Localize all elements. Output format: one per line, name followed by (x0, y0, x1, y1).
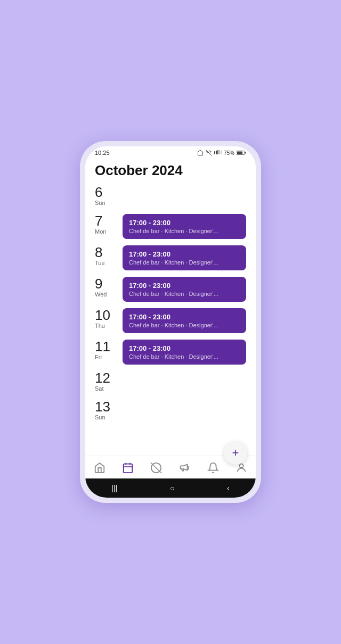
day-row: 6 Sun (95, 184, 246, 211)
svg-rect-1 (214, 151, 215, 154)
svg-rect-9 (124, 464, 133, 473)
day-row: 8 Tue 17:00 - 23:00 Chef de bar · Kitche… (95, 244, 246, 274)
day-number: 10 (95, 308, 123, 322)
day-label: 13 Sun (95, 399, 123, 420)
event-card[interactable]: 17:00 - 23:00 Chef de bar · Kitchen · De… (123, 340, 246, 365)
day-number: 12 (95, 371, 123, 385)
explore-icon (150, 461, 163, 474)
event-area: 17:00 - 23:00 Chef de bar · Kitchen · De… (123, 307, 246, 336)
day-row: 11 Fri 17:00 - 23:00 Chef de bar · Kitch… (95, 338, 246, 368)
day-number: 11 (95, 340, 123, 353)
android-nav-bar: ||| ○ ‹ (85, 478, 256, 498)
day-name: Sat (95, 385, 123, 392)
event-time: 17:00 - 23:00 (129, 282, 240, 290)
status-icons: 75% (197, 150, 246, 156)
day-row: 12 Sat (95, 370, 246, 397)
nav-calendar[interactable] (117, 460, 139, 475)
event-card[interactable]: 17:00 - 23:00 Chef de bar · Kitchen · De… (123, 308, 246, 333)
event-time: 17:00 - 23:00 (129, 219, 240, 227)
month-title: October 2024 (95, 162, 246, 179)
android-home[interactable]: ○ (164, 482, 181, 494)
status-bar: 10:25 75% (85, 146, 256, 157)
event-area (123, 184, 246, 186)
day-label: 12 Sat (95, 370, 123, 392)
nav-explore[interactable] (145, 460, 167, 475)
add-fab[interactable]: + (224, 441, 247, 465)
calendar-icon (121, 461, 134, 474)
day-row: 9 Wed 17:00 - 23:00 Chef de bar · Kitche… (95, 276, 246, 305)
day-number: 6 (95, 185, 123, 199)
svg-rect-4 (219, 150, 220, 154)
megaphone-icon (178, 461, 191, 474)
android-back[interactable]: ‹ (221, 482, 236, 494)
day-name: Sun (95, 200, 123, 206)
event-area (123, 399, 246, 401)
phone-inner: 10:25 75% October 2024 6 Sun 7 Mon 17:00… (85, 146, 256, 498)
day-label: 9 Wed (95, 276, 123, 298)
day-number: 9 (95, 277, 123, 291)
event-area: 17:00 - 23:00 Chef de bar · Kitchen · De… (123, 276, 246, 305)
nav-bell[interactable] (202, 460, 224, 475)
svg-rect-2 (216, 151, 217, 154)
event-area: 17:00 - 23:00 Chef de bar · Kitchen · De… (123, 244, 246, 274)
day-row: 13 Sun (95, 399, 246, 425)
day-label: 8 Tue (95, 244, 123, 266)
android-recents[interactable]: ||| (105, 482, 124, 494)
day-label: 11 Fri (95, 338, 123, 360)
event-details: Chef de bar · Kitchen · Designer'... (129, 259, 240, 266)
event-time: 17:00 - 23:00 (129, 313, 240, 321)
day-name: Tue (95, 260, 123, 266)
event-card[interactable]: 17:00 - 23:00 Chef de bar · Kitchen · De… (123, 214, 246, 239)
status-time: 10:25 (95, 150, 110, 156)
nav-megaphone[interactable] (174, 460, 196, 475)
event-time: 17:00 - 23:00 (129, 250, 240, 258)
day-label: 7 Mon (95, 213, 123, 235)
event-area: 17:00 - 23:00 Chef de bar · Kitchen · De… (123, 213, 246, 242)
event-card[interactable]: 17:00 - 23:00 Chef de bar · Kitchen · De… (123, 277, 246, 302)
event-details: Chef de bar · Kitchen · Designer'... (129, 291, 240, 297)
battery-text: 75% (224, 150, 234, 156)
main-content: October 2024 6 Sun 7 Mon 17:00 - 23:00 C… (85, 157, 256, 456)
svg-rect-8 (245, 152, 246, 154)
day-name: Sun (95, 414, 123, 420)
event-details: Chef de bar · Kitchen · Designer'... (129, 322, 240, 328)
day-row: 10 Thu 17:00 - 23:00 Chef de bar · Kitch… (95, 307, 246, 336)
home-icon (93, 461, 106, 474)
svg-rect-3 (217, 150, 218, 154)
event-details: Chef de bar · Kitchen · Designer'... (129, 353, 240, 360)
nav-home[interactable] (89, 460, 110, 475)
event-card[interactable]: 17:00 - 23:00 Chef de bar · Kitchen · De… (123, 245, 246, 270)
event-time: 17:00 - 23:00 (129, 344, 240, 352)
day-number: 7 (95, 214, 123, 228)
bell-icon (207, 461, 220, 474)
day-name: Fri (95, 354, 123, 360)
svg-rect-7 (237, 152, 242, 154)
day-number: 8 (95, 245, 123, 259)
day-label: 6 Sun (95, 184, 123, 206)
day-name: Mon (95, 228, 123, 235)
day-row: 7 Mon 17:00 - 23:00 Chef de bar · Kitche… (95, 213, 246, 242)
event-area: 17:00 - 23:00 Chef de bar · Kitchen · De… (123, 338, 246, 368)
phone-shell: 10:25 75% October 2024 6 Sun 7 Mon 17:00… (80, 141, 261, 503)
day-label: 10 Thu (95, 307, 123, 329)
day-name: Wed (95, 291, 123, 298)
event-details: Chef de bar · Kitchen · Designer'... (129, 228, 240, 234)
svg-point-15 (240, 464, 243, 468)
day-name: Thu (95, 323, 123, 329)
event-area (123, 370, 246, 372)
days-container: 6 Sun 7 Mon 17:00 - 23:00 Chef de bar · … (95, 184, 246, 425)
svg-rect-5 (221, 150, 222, 154)
day-number: 13 (95, 400, 123, 414)
